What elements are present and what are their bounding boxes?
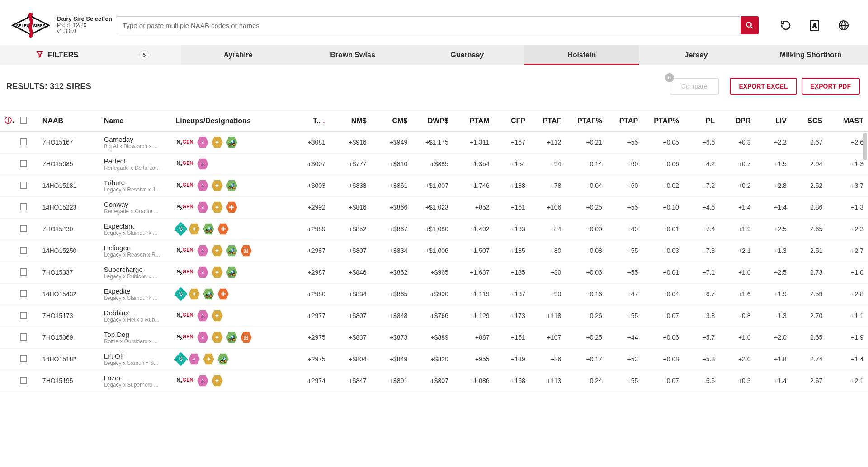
row-checkbox[interactable] [20, 355, 27, 362]
col-nms[interactable]: NM$ [330, 111, 371, 131]
breed-tabs: AyrshireBrown SwissGuernseyHolsteinJerse… [181, 45, 868, 65]
row-checkbox[interactable] [20, 203, 27, 210]
breed-tab-jersey[interactable]: Jersey [639, 45, 753, 65]
cell-scs: 2.52 [791, 175, 827, 196]
cell-ptafp: +0.06 [566, 262, 607, 283]
row-checkbox[interactable] [20, 333, 27, 341]
col-mast[interactable]: MAST [827, 111, 868, 131]
cell-mast: +2.2 [827, 392, 868, 395]
col-scs[interactable]: SCS [791, 111, 827, 131]
col-info-icon[interactable]: ⓘ [0, 111, 15, 131]
row-info [0, 370, 15, 392]
col-pl[interactable]: PL [684, 111, 719, 131]
row-info [0, 196, 15, 218]
cell-liv: +1.4 [755, 196, 791, 218]
cell-cms: +$873 [371, 327, 412, 348]
breed-tab-milking-shorthorn[interactable]: Milking Shorthorn [754, 45, 868, 65]
export-excel-button[interactable]: EXPORT EXCEL [730, 78, 797, 95]
cell-name[interactable]: ConwayRenegade x Granite ... [99, 196, 171, 218]
col-ptafp[interactable]: PTAF% [566, 111, 607, 131]
cell-name[interactable]: RozlineRenegade x Frazzled... [99, 392, 171, 395]
cell-ptafp: +0.25 [566, 196, 607, 218]
col-ptapp[interactable]: PTAP% [642, 111, 684, 131]
cell-nms: +$804 [330, 348, 371, 370]
row-checkbox[interactable] [20, 160, 27, 167]
app-proof: Proof: 12/20 [57, 23, 112, 29]
col-naab[interactable]: NAAB [38, 111, 99, 131]
lineup-gold-icon: ✦ [211, 332, 223, 343]
cell-mast: +1.4 [827, 348, 868, 370]
refresh-icon[interactable] [780, 20, 791, 31]
col-name[interactable]: Name [99, 111, 171, 131]
cell-name[interactable]: GamedayBig Al x Blowtorch x ... [99, 131, 171, 153]
col-tpi[interactable]: T..↓ [289, 111, 330, 131]
cell-cfp: +137 [494, 283, 530, 305]
col-select-all[interactable] [15, 111, 38, 131]
cell-dwps: +$885 [412, 153, 453, 175]
scrollbar[interactable] [863, 133, 867, 160]
row-checkbox[interactable] [20, 138, 27, 145]
row-checkbox[interactable] [20, 247, 27, 254]
lineup-pink-icon: ♀ [197, 180, 208, 191]
custom-report-icon[interactable]: A [809, 20, 820, 31]
row-checkbox[interactable] [20, 377, 27, 384]
col-liv[interactable]: LIV [755, 111, 791, 131]
lineup-gold-icon: ✦ [211, 266, 223, 278]
compare-button[interactable]: Compare [670, 78, 719, 95]
cell-name[interactable]: LazerLegacy x Superhero ... [99, 370, 171, 392]
cell-name[interactable]: ParfectRenegade x Delta-La... [99, 153, 171, 175]
cell-name[interactable]: DobbinsLegacy x Helix x Rub... [99, 305, 171, 327]
globe-icon[interactable] [838, 20, 849, 31]
cell-name[interactable]: Lift OffLegacy x Samuri x S... [99, 348, 171, 370]
filters-label: FILTERS [48, 51, 79, 59]
col-ptap[interactable]: PTAP [607, 111, 642, 131]
search-button[interactable] [741, 16, 759, 34]
col-dpr[interactable]: DPR [719, 111, 755, 131]
row-checkbox[interactable] [20, 312, 27, 319]
cell-name[interactable]: TributeLegacy x Resolve x J... [99, 175, 171, 196]
row-checkbox[interactable] [20, 182, 27, 189]
cell-dwps: +$889 [412, 327, 453, 348]
cell-cfp: +151 [494, 327, 530, 348]
cell-dwps: +$965 [412, 262, 453, 283]
breed-tab-guernsey[interactable]: Guernsey [410, 45, 524, 65]
cell-name[interactable]: ExpediteLegacy x Slamdunk ... [99, 283, 171, 305]
cell-name[interactable]: HeliogenLegacy x Reason x R... [99, 240, 171, 262]
breed-tab-ayrshire[interactable]: Ayrshire [181, 45, 295, 65]
breed-tab-brown-swiss[interactable]: Brown Swiss [295, 45, 410, 65]
col-ptam[interactable]: PTAM [453, 111, 494, 131]
cell-ptap: +55 [607, 370, 642, 392]
breed-tab-holstein[interactable]: Holstein [524, 45, 639, 65]
cell-tpi: +2975 [289, 348, 330, 370]
row-info [0, 348, 15, 370]
cell-name[interactable]: SuperchargeLegacy x Rubicon x ... [99, 262, 171, 283]
col-lineup[interactable]: Lineups/Designations [171, 111, 289, 131]
cell-name[interactable]: ExpectantLegacy x Slamdunk ... [99, 218, 171, 240]
cell-name[interactable]: Top DogRome x Outsiders x ... [99, 327, 171, 348]
export-pdf-button[interactable]: EXPORT PDF [802, 78, 860, 95]
cell-nms: +$846 [330, 262, 371, 283]
cell-ptafp: +0.25 [566, 327, 607, 348]
cell-tpi: +2962 [289, 392, 330, 395]
cell-ptam: +1,637 [453, 262, 494, 283]
row-checkbox[interactable] [20, 225, 27, 232]
row-checkbox[interactable] [20, 268, 27, 276]
cell-lineups: $♀✦🚜 [171, 348, 289, 370]
cell-naab: 7HO15173 [38, 305, 99, 327]
row-checkbox[interactable] [20, 290, 27, 297]
row-check-cell [15, 131, 38, 153]
col-cfp[interactable]: CFP [494, 111, 530, 131]
cell-ptam: +1,746 [453, 175, 494, 196]
header: SELECT SIRES Dairy Sire Selection Proof:… [0, 0, 868, 45]
cell-scs: 2.64 [791, 392, 827, 395]
cell-ptaf: +80 [530, 240, 566, 262]
search-input[interactable] [116, 16, 741, 34]
cell-ptapp: +0.05 [642, 131, 684, 153]
col-ptaf[interactable]: PTAF [530, 111, 566, 131]
cell-nms: +$816 [330, 196, 371, 218]
teal-badge: $ [174, 287, 188, 301]
filters-toggle[interactable]: FILTERS 5 [0, 45, 181, 65]
cell-liv: -1.3 [755, 305, 791, 327]
col-cms[interactable]: CM$ [371, 111, 412, 131]
col-dwps[interactable]: DWP$ [412, 111, 453, 131]
